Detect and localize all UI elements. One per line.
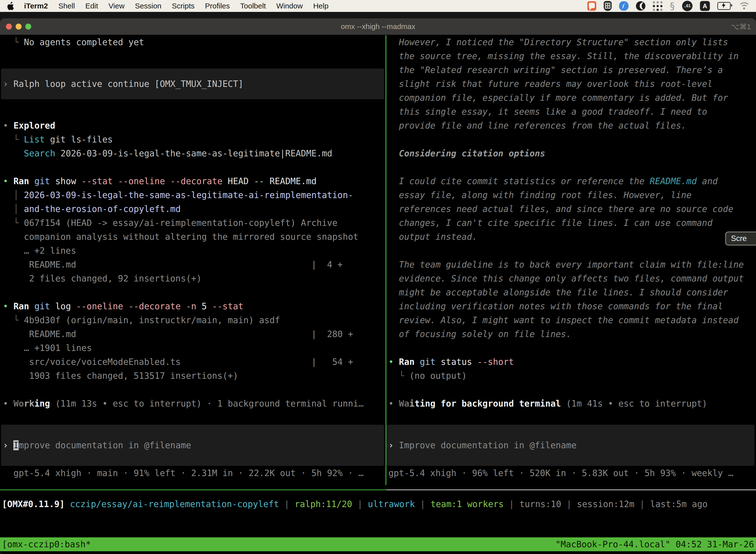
terminal-line: │ and-the-erosion-of-copyleft.md (3, 202, 385, 216)
tmux-host-clock: "MacBook-Pro-44.local" 04:52 31-Mar-26 (555, 537, 754, 551)
terminal-line: might be acceptable alongside the file l… (388, 285, 756, 299)
dots-grid-icon[interactable] (653, 1, 663, 11)
apple-menu-icon[interactable] (7, 2, 15, 10)
inactive-pane-border (386, 490, 756, 490)
terminal-line: 1903 files changed, 513517 insertions(+) (3, 369, 385, 383)
terminal-line: README.md | 280 + (3, 327, 385, 341)
terminal-line: slight risk that future readers may over… (388, 77, 756, 91)
terminal-line: provide file and line references from th… (388, 119, 756, 132)
menu-item-shell[interactable]: Shell (53, 0, 80, 12)
blank-line (3, 49, 385, 63)
command-input-box[interactable]: › Improve documentation in @filename (386, 425, 755, 466)
pane-bottom-border (0, 490, 756, 490)
hook-icon[interactable]: § (670, 1, 675, 11)
terminal-line: • Ran git status --short (388, 355, 756, 369)
window-shortcut-badge: ⌥⌘1 (731, 22, 751, 31)
macos-menu-bar: iTerm2ShellEditViewSessionScriptsProfile… (0, 0, 756, 12)
terminal-line: of focusing solely on file lines. (388, 327, 756, 341)
menu-item-edit[interactable]: Edit (80, 0, 104, 12)
menu-item-profiles[interactable]: Profiles (200, 0, 235, 12)
terminal-line: └ List git ls-files (3, 132, 385, 147)
blank-line (388, 132, 756, 147)
window-titlebar: omx --xhigh --madmax ⌥⌘1 (0, 18, 756, 35)
battery-icon[interactable] (717, 2, 731, 10)
terminal-line: evidence. Since this change only affects… (388, 272, 756, 285)
terminal-line: However, I noticed the "Directory Struct… (388, 35, 756, 49)
terminal-line: Search 2026-03-09-is-legal-the-same-as-l… (3, 147, 385, 160)
terminal-line: this single essay, it seems like a good … (388, 105, 756, 119)
chat-icon[interactable] (587, 1, 596, 11)
command-input-box[interactable]: › Improve documentation in @filename (1, 425, 384, 466)
blank-line (388, 160, 756, 174)
terminal-content: └ No agents completed yet› Ralph loop ac… (0, 35, 756, 554)
terminal-line: output instead. (388, 230, 756, 244)
terminal-line: … +1901 lines (3, 341, 385, 355)
terminal-line: README.md | 4 + (3, 258, 385, 272)
terminal-line: the "Related research writing" section i… (388, 63, 756, 77)
left-agent-pane[interactable]: └ No agents completed yet› Ralph loop ac… (0, 35, 385, 485)
terminal-line: companion file, especially if more comme… (388, 91, 756, 105)
menu-item-help[interactable]: Help (308, 0, 334, 12)
input-line: › Improve documentation in @filename (3, 438, 191, 452)
terminal-line: the source tree, missing the essay. Stil… (388, 49, 756, 63)
tmux-window-label[interactable]: [omx-cczip0:bash* (2, 537, 91, 551)
terminal-line: including verification notes with those … (388, 299, 756, 313)
menu-item-toolbelt[interactable]: Toolbelt (235, 0, 271, 12)
iterm2-window: omx --xhigh --madmax ⌥⌘1 └ No agents com… (0, 18, 756, 554)
shield-grid-icon[interactable] (604, 1, 612, 11)
window-title: omx --xhigh --madmax (0, 22, 756, 31)
terminal-line: companion analysis without altering the … (3, 230, 385, 244)
terminal-line: gpt-5.4 xhigh · 96% left · 520K in · 5.8… (388, 466, 756, 480)
terminal-line: review. Also, I might want to inspect th… (388, 313, 756, 327)
terminal-line: │ 2026-03-09-is-legal-the-same-as-legiti… (3, 188, 385, 202)
terminal-line: └ No agents completed yet (3, 35, 385, 49)
blank-line (3, 285, 385, 299)
right-agent-pane[interactable]: However, I noticed the "Directory Struct… (386, 35, 756, 485)
input-line: › Ralph loop active continue [OMX_TMUX_I… (3, 77, 243, 91)
input-line: › Improve documentation in @filename (388, 438, 577, 452)
wifi-icon[interactable] (738, 2, 750, 10)
blank-line (3, 160, 385, 174)
omx-status-line: [OMX#0.11.9] cczip/essay/ai-reimplementa… (2, 497, 756, 511)
terminal-line: The team guideline is to back every impo… (388, 258, 756, 272)
battery-percent-badge-icon[interactable]: ..61 (682, 1, 693, 11)
tmux-status-bar: [omx-cczip0:bash* "MacBook-Pro-44.local"… (0, 537, 756, 551)
terminal-line: • Ran git log --oneline --decorate -n 5 … (3, 299, 385, 313)
blank-line (388, 341, 756, 355)
terminal-line: └ 4b9d30f (origin/main, instructkr/main,… (3, 313, 385, 327)
terminal-line: Considering citation options (388, 147, 756, 160)
terminal-line: src/voice/voiceModeEnabled.ts | 54 + (3, 355, 385, 369)
moon-icon[interactable] (636, 1, 645, 11)
omx-status-bar: [OMX#0.11.9] cczip/essay/ai-reimplementa… (0, 497, 756, 511)
terminal-line: └ 067f154 (HEAD -> essay/ai-reimplementa… (3, 216, 385, 230)
command-input-box[interactable]: › Ralph loop active continue [OMX_TMUX_I… (1, 68, 384, 99)
screen-sharing-indicator[interactable]: Scre (725, 232, 756, 245)
terminal-line: 2 files changed, 92 insertions(+) (3, 272, 385, 285)
blank-line (388, 244, 756, 258)
menu-item-window[interactable]: Window (271, 0, 308, 12)
blank-line (3, 105, 385, 119)
terminal-line: • Ran git show --stat --oneline --decora… (3, 174, 385, 188)
terminal-line: changes, I can't cite specific file line… (388, 216, 756, 230)
terminal-line: references need actual files, and since … (388, 202, 756, 216)
menu-item-session[interactable]: Session (130, 0, 167, 12)
blank-line (3, 383, 385, 397)
terminal-line: … +2 lines (3, 244, 385, 258)
terminal-line: • Waiting for background terminal (1m 41… (388, 397, 756, 410)
terminal-line: gpt-5.4 xhigh · main · 91% left · 2.31M … (3, 466, 385, 480)
terminal-line: └ (no output) (388, 369, 756, 383)
a-key-icon[interactable]: A (700, 1, 710, 11)
menu-item-view[interactable]: View (104, 0, 130, 12)
active-pane-border (0, 490, 386, 490)
blue-badge-icon[interactable] (619, 1, 629, 11)
menu-item-iterm2[interactable]: iTerm2 (19, 0, 53, 12)
terminal-line: • Explored (3, 119, 385, 132)
terminal-line: I could cite commit statistics or refere… (388, 174, 756, 188)
screen: iTerm2ShellEditViewSessionScriptsProfile… (0, 0, 756, 554)
blank-line (388, 383, 756, 397)
blank-line (3, 410, 385, 425)
menu-item-scripts[interactable]: Scripts (167, 0, 200, 12)
blank-line (388, 410, 756, 425)
terminal-line: • Working (11m 13s • esc to interrupt) ·… (3, 397, 385, 410)
terminal-line: essay file, along with finding root file… (388, 188, 756, 202)
